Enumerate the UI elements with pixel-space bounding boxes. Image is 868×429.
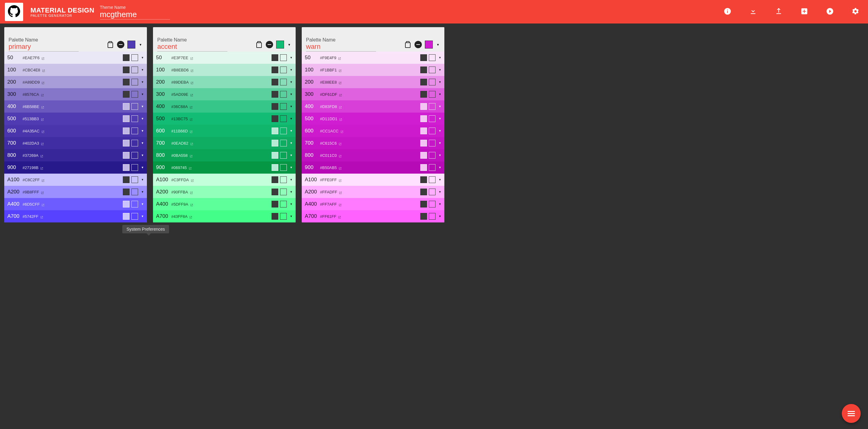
open-external-icon[interactable] (190, 117, 193, 120)
shade-dropdown[interactable]: ▼ (141, 105, 144, 108)
shade-row[interactable]: 400#D83FD8▼ (302, 101, 444, 113)
open-external-icon[interactable] (339, 93, 342, 96)
theme-name-value[interactable]: mcgtheme (100, 10, 170, 20)
open-external-icon[interactable] (40, 215, 43, 218)
open-external-icon[interactable] (339, 117, 342, 120)
light-contrast-swatch[interactable] (131, 176, 138, 183)
shade-row[interactable]: 200#A89DD9▼ (4, 76, 147, 88)
shade-dropdown[interactable]: ▼ (439, 93, 441, 96)
shade-row[interactable]: 200#89DEBA▼ (153, 76, 296, 88)
dark-contrast-swatch[interactable] (123, 91, 129, 98)
shade-row[interactable]: 500#D11DD1▼ (302, 113, 444, 125)
shade-dropdown[interactable]: ▼ (290, 203, 292, 206)
open-external-icon[interactable] (190, 130, 193, 133)
base-color-swatch[interactable] (425, 40, 433, 49)
open-external-icon[interactable] (40, 166, 43, 169)
light-contrast-swatch[interactable] (131, 164, 138, 171)
open-external-icon[interactable] (190, 203, 193, 206)
palette-name-input[interactable] (157, 43, 227, 52)
light-contrast-swatch[interactable] (280, 66, 287, 73)
dark-contrast-swatch[interactable] (123, 176, 129, 183)
light-contrast-swatch[interactable] (429, 103, 436, 110)
base-color-swatch[interactable] (127, 40, 135, 49)
shade-row[interactable]: A200#FFADFF▼ (302, 186, 444, 198)
dark-contrast-swatch[interactable] (272, 201, 278, 207)
shade-dropdown[interactable]: ▼ (290, 142, 292, 145)
dark-contrast-swatch[interactable] (272, 152, 278, 159)
dark-contrast-swatch[interactable] (420, 176, 427, 183)
shade-row[interactable]: 900#B50AB5▼ (302, 162, 444, 174)
shade-dropdown[interactable]: ▼ (439, 191, 441, 194)
menu-fab[interactable] (842, 404, 861, 423)
shade-row[interactable]: 100#CBC4E8▼ (4, 64, 147, 76)
light-contrast-swatch[interactable] (131, 213, 138, 220)
light-contrast-swatch[interactable] (429, 66, 436, 73)
open-external-icon[interactable] (190, 105, 193, 108)
shade-dropdown[interactable]: ▼ (141, 130, 144, 133)
upload-icon[interactable] (775, 7, 783, 17)
dark-contrast-swatch[interactable] (272, 164, 278, 171)
open-external-icon[interactable] (41, 105, 44, 108)
shade-dropdown[interactable]: ▼ (439, 166, 441, 169)
light-contrast-swatch[interactable] (429, 79, 436, 85)
remove-palette-icon[interactable] (117, 41, 124, 48)
shade-row[interactable]: A700#5742FF▼ (4, 210, 147, 223)
shade-dropdown[interactable]: ▼ (290, 178, 292, 181)
palette-name-input[interactable] (306, 43, 376, 52)
shade-dropdown[interactable]: ▼ (290, 105, 292, 108)
dark-contrast-swatch[interactable] (420, 54, 427, 61)
open-external-icon[interactable] (190, 142, 193, 145)
dark-contrast-swatch[interactable] (272, 140, 278, 146)
dark-contrast-swatch[interactable] (420, 201, 427, 207)
light-contrast-swatch[interactable] (429, 127, 436, 134)
theme-name-field[interactable]: Theme Name mcgtheme (100, 4, 170, 20)
dark-contrast-swatch[interactable] (272, 115, 278, 122)
dark-contrast-swatch[interactable] (420, 127, 427, 134)
open-external-icon[interactable] (42, 68, 45, 72)
open-external-icon[interactable] (340, 130, 343, 133)
light-contrast-swatch[interactable] (280, 54, 287, 61)
light-contrast-swatch[interactable] (280, 91, 287, 98)
open-external-icon[interactable] (41, 93, 44, 96)
dark-contrast-swatch[interactable] (272, 103, 278, 110)
light-contrast-swatch[interactable] (429, 115, 436, 122)
open-external-icon[interactable] (190, 81, 193, 84)
clipboard-icon[interactable] (404, 41, 411, 48)
shade-dropdown[interactable]: ▼ (141, 68, 144, 72)
light-contrast-swatch[interactable] (131, 79, 138, 85)
dark-contrast-swatch[interactable] (272, 176, 278, 183)
dark-contrast-swatch[interactable] (420, 140, 427, 146)
open-external-icon[interactable] (41, 117, 44, 120)
light-contrast-swatch[interactable] (429, 140, 436, 146)
shade-row[interactable]: 800#C011C0▼ (302, 149, 444, 162)
shade-row[interactable]: A200#90FFBA▼ (153, 186, 296, 198)
base-color-dropdown[interactable]: ▼ (436, 43, 440, 47)
light-contrast-swatch[interactable] (131, 54, 138, 61)
base-color-swatch[interactable] (276, 40, 284, 49)
shade-dropdown[interactable]: ▼ (141, 191, 144, 194)
shade-dropdown[interactable]: ▼ (439, 56, 441, 59)
dark-contrast-swatch[interactable] (272, 66, 278, 73)
light-contrast-swatch[interactable] (280, 140, 287, 146)
shade-dropdown[interactable]: ▼ (290, 130, 292, 133)
light-contrast-swatch[interactable] (131, 140, 138, 146)
download-icon[interactable] (749, 7, 757, 17)
open-external-icon[interactable] (41, 191, 44, 194)
clipboard-icon[interactable] (255, 41, 263, 48)
light-contrast-swatch[interactable] (280, 213, 287, 220)
info-icon[interactable] (723, 7, 732, 17)
shade-row[interactable]: 600#CC1ACC▼ (302, 125, 444, 137)
open-external-icon[interactable] (190, 154, 193, 157)
shade-row[interactable]: 200#E88EE8▼ (302, 76, 444, 88)
shade-dropdown[interactable]: ▼ (439, 178, 441, 181)
dark-contrast-swatch[interactable] (272, 127, 278, 134)
dark-contrast-swatch[interactable] (123, 189, 129, 195)
dark-contrast-swatch[interactable] (123, 79, 129, 85)
shade-row[interactable]: A700#43FF8A▼ (153, 210, 296, 223)
dark-contrast-swatch[interactable] (420, 213, 427, 220)
light-contrast-swatch[interactable] (131, 127, 138, 134)
open-external-icon[interactable] (190, 93, 193, 96)
shade-row[interactable]: 50#E3F7EE▼ (153, 52, 296, 64)
settings-icon[interactable] (851, 7, 860, 17)
shade-dropdown[interactable]: ▼ (141, 178, 144, 181)
